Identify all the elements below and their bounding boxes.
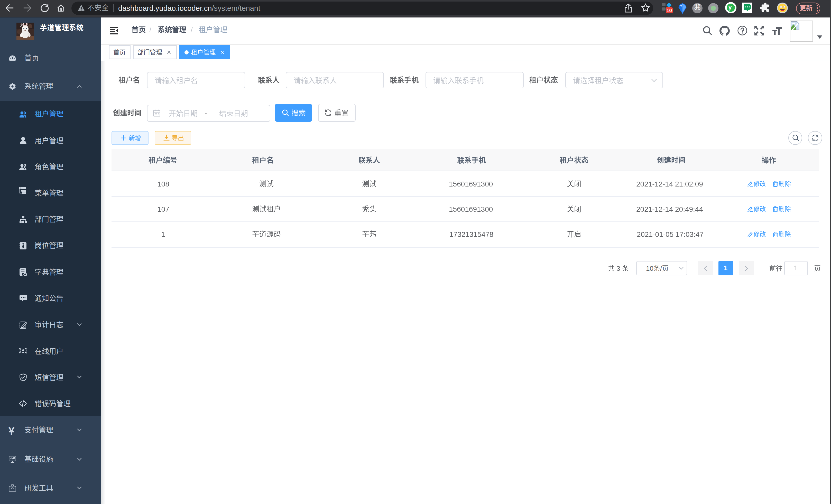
svg-text:10: 10	[666, 8, 672, 13]
